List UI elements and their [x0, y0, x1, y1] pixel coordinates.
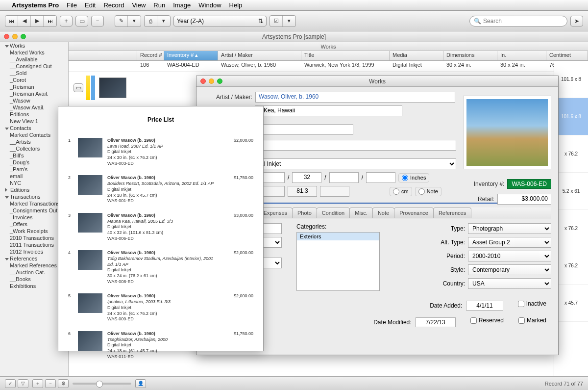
go-button[interactable]: ➤ [570, 16, 583, 26]
minimize-icon[interactable] [12, 34, 18, 39]
check-icon[interactable]: ☑ [270, 16, 283, 26]
check-button[interactable]: ✓ [5, 379, 16, 388]
table-row[interactable]: 106 WAS-004-ED Wasow, Oliver, b. 1960 Wa… [69, 61, 588, 72]
sidebar-item[interactable]: __Consigned Out [0, 63, 68, 70]
menu-record[interactable]: Record [103, 1, 124, 9]
gear-icon[interactable]: ⚙ [58, 379, 69, 388]
blank-field[interactable] [255, 124, 353, 135]
units-note[interactable]: Note [415, 187, 441, 196]
categories-list[interactable]: Exteriors [296, 232, 380, 291]
chevron-down-icon[interactable]: ▾ [128, 16, 141, 26]
marked-checkbox[interactable]: Marked [518, 317, 546, 324]
sidebar-item[interactable]: _Corot [0, 77, 68, 83]
menu-help[interactable]: Help [229, 1, 243, 9]
zoom-slider[interactable] [73, 383, 131, 385]
col-media[interactable]: Media [390, 51, 443, 60]
minimize-icon[interactable] [209, 78, 214, 84]
chevron-updown-icon: ⇅ [258, 18, 263, 25]
title-field[interactable]: a Kea, Hawaii [255, 105, 402, 116]
menu-run[interactable]: Run [153, 1, 165, 9]
units-inches[interactable]: Inches [398, 173, 429, 182]
chevron-down-icon[interactable]: ▾ [283, 16, 295, 26]
pricelist-row: 5Oliver Wasow (b. 1960)Ipnalina, Lithuan… [68, 293, 253, 322]
sidebar-item[interactable]: _Reisman [0, 83, 68, 90]
reserved-checkbox[interactable]: Reserved [470, 317, 504, 324]
category-item[interactable]: Exteriors [297, 233, 379, 240]
date-added-value: 4/1/11 [466, 301, 503, 311]
filter-button[interactable]: ▽ [18, 379, 28, 388]
detail-thumbnail[interactable] [463, 96, 551, 169]
window-titlebar: Artsystems Pro [sample] [0, 31, 588, 42]
remove-sb-button[interactable]: － [45, 379, 56, 388]
col-record[interactable]: Record # [137, 51, 164, 60]
row-thumbnail[interactable] [99, 78, 126, 98]
col-dimensions[interactable]: Dimensions [443, 51, 497, 60]
tab-condition[interactable]: Condition [317, 208, 350, 218]
prev-record-button[interactable]: ◀ [18, 16, 31, 26]
statusbar: ✓ ▽ ＋ － ⚙ 👤 Record 71 of 77 [0, 376, 588, 390]
tab-note[interactable]: Note [372, 208, 394, 218]
sidebar-item[interactable]: __Available [0, 56, 68, 63]
menu-view[interactable]: View [132, 1, 146, 9]
sidebar-item[interactable]: _Reisman Avail. [0, 90, 68, 97]
sidebar-item[interactable]: _Wasow [0, 97, 68, 104]
col-artist[interactable]: Artist / Maker [218, 51, 301, 60]
col-in[interactable]: In. [497, 51, 546, 60]
close-icon[interactable] [4, 34, 9, 39]
detail-window-title: Works [369, 78, 386, 85]
pricelist-row: 1Oliver Wasow (b. 1960)Lava Road, 2007 E… [68, 138, 253, 166]
blank-field-2[interactable] [255, 140, 456, 151]
edit-icon[interactable]: ✎ [115, 16, 128, 26]
tab-photo[interactable]: Photo [292, 208, 317, 218]
retail-field[interactable]: $3,000.00 [497, 194, 551, 205]
sidebar-item[interactable]: Marked Works [0, 49, 68, 56]
dim-w-field[interactable]: 32 [292, 172, 321, 183]
row-toggle-button[interactable]: ▭ [74, 83, 83, 92]
col-title[interactable]: Title [301, 51, 390, 60]
inactive-checkbox[interactable]: Inactive [518, 300, 546, 307]
sidebar-item[interactable]: __Sold [0, 70, 68, 77]
tab-provenance[interactable]: Provenance [394, 208, 434, 218]
last-record-button[interactable]: ⏭ [44, 16, 56, 26]
col-inventory[interactable]: Inventory # ▴ [164, 51, 218, 60]
units-cm[interactable]: cm [390, 187, 412, 196]
menu-edit[interactable]: Edit [85, 1, 96, 9]
tab-references[interactable]: References [433, 208, 471, 218]
categories-label: Categories: [296, 223, 380, 230]
artist-field[interactable]: Wasow, Oliver, b. 1960 [255, 92, 455, 103]
save-button[interactable]: ▭ [75, 16, 88, 26]
app-name[interactable]: Artsystems Pro [12, 1, 59, 9]
pricelist-title: Price List [68, 116, 253, 123]
close-icon[interactable] [200, 78, 206, 84]
search-field[interactable]: 🔍 [469, 16, 567, 26]
style-select[interactable]: Contemporary [468, 264, 551, 275]
search-input[interactable] [483, 18, 563, 25]
country-select[interactable]: USA [468, 278, 551, 289]
search-icon: 🔍 [474, 18, 481, 25]
remove-button[interactable]: － [91, 16, 104, 26]
menu-image[interactable]: Image [173, 1, 191, 9]
menu-window[interactable]: Window [198, 1, 221, 9]
pricelist-row: 4Oliver Wasow (b. 1960)Tofig Bakharamov … [68, 250, 253, 285]
first-record-button[interactable]: ⏮ [5, 16, 18, 26]
edit-group: ✎ ▾ [115, 15, 141, 27]
sort-select[interactable]: Year (Z-A) ⇅ [173, 16, 267, 26]
add-button[interactable]: ＋ [60, 16, 73, 26]
media-select[interactable]: al Inkjet [255, 158, 456, 169]
sidebar-group[interactable]: Works [0, 42, 68, 49]
zoom-icon[interactable] [21, 34, 26, 39]
alt-type-select[interactable]: Asset Group 2 [468, 237, 551, 248]
chevron-down-icon[interactable]: ▾ [157, 16, 170, 26]
user-icon[interactable]: 👤 [135, 379, 146, 388]
next-record-button[interactable]: ▶ [31, 16, 44, 26]
add-sb-button[interactable]: ＋ [32, 379, 43, 388]
tab-misc[interactable]: Misc. [349, 208, 373, 218]
pricelist-row: 2Oliver Wasow (b. 1960)Boulders Resort, … [68, 175, 253, 204]
menu-file[interactable]: File [67, 1, 77, 9]
zoom-icon[interactable] [217, 78, 222, 84]
period-select[interactable]: 2000-2010 [468, 251, 551, 261]
col-cm[interactable]: Centimet [546, 51, 588, 60]
toolbar: ⏮ ◀ ▶ ⏭ ＋ ▭ － ✎ ▾ ⎙ ▾ Year (Z-A) ⇅ ☑ ▾ 🔍… [0, 11, 588, 31]
type-select[interactable]: Photograph [468, 223, 551, 234]
print-icon[interactable]: ⎙ [145, 16, 157, 26]
